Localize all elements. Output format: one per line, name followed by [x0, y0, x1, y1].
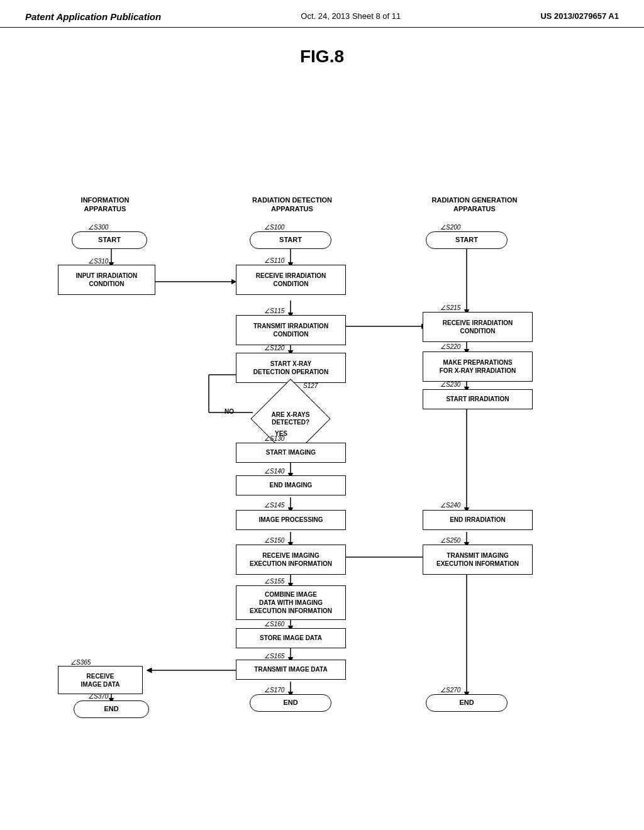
node-s240: END IRRADIATION [423, 510, 533, 530]
node-s110: RECEIVE IRRADIATIONCONDITION [236, 265, 346, 295]
step-s110: ∠S110 [264, 257, 284, 264]
node-s140: END IMAGING [236, 475, 346, 495]
node-s165: TRANSMIT IMAGE DATA [236, 660, 346, 680]
node-s120: START X-RAYDETECTION OPERATION [236, 353, 346, 383]
step-s310: ∠S310 [88, 258, 108, 265]
step-s230: ∠S230 [440, 381, 460, 388]
step-s250: ∠S250 [440, 537, 460, 544]
node-s145: IMAGE PROCESSING [236, 510, 346, 530]
step-s140: ∠S140 [264, 468, 284, 475]
col-header-gen: RADIATION GENERATION APPARATUS [416, 196, 533, 214]
step-s115: ∠S115 [264, 307, 284, 314]
node-s160: STORE IMAGE DATA [236, 628, 346, 648]
col-header-detect: RADIATION DETECTION APPARATUS [234, 196, 350, 214]
step-s150: ∠S150 [264, 537, 284, 544]
no-label: NO [225, 408, 234, 415]
flowchart: INFORMATION APPARATUS RADIATION DETECTIO… [39, 79, 605, 771]
step-s215: ∠S215 [440, 304, 460, 311]
step-s145: ∠S145 [264, 502, 284, 509]
figure-title: FIG.8 [0, 47, 644, 67]
step-s155: ∠S155 [264, 578, 284, 585]
step-s270: ∠S270 [440, 687, 460, 694]
node-s115: TRANSMIT IRRADIATIONCONDITION [236, 315, 346, 345]
node-s270: END [426, 694, 508, 712]
step-s160: ∠S160 [264, 621, 284, 628]
node-s220: MAKE PREPARATIONSFOR X-RAY IRRADIATION [423, 351, 533, 382]
node-s310: INPUT IRRADIATIONCONDITION [58, 265, 155, 295]
node-s230: START IRRADIATION [423, 389, 533, 409]
node-s100: START [250, 231, 331, 249]
node-s300: START [72, 231, 147, 249]
node-s130: START IMAGING [236, 443, 346, 463]
node-s150: RECEIVE IMAGINGEXECUTION INFORMATION [236, 545, 346, 575]
step-s165: ∠S165 [264, 653, 284, 660]
step-s170: ∠S170 [264, 687, 284, 694]
step-s200: ∠S200 [440, 224, 460, 231]
publication-label: Patent Application Publication [25, 11, 161, 22]
node-s155: COMBINE IMAGEDATA WITH IMAGINGEXECUTION … [236, 585, 346, 620]
node-s215: RECEIVE IRRADIATIONCONDITION [423, 312, 533, 342]
step-s365: ∠S365 [70, 659, 91, 666]
node-s365: RECEIVEIMAGE DATA [58, 666, 143, 694]
patent-number: US 2013/0279657 A1 [540, 11, 619, 21]
node-s170: END [250, 694, 331, 712]
step-s100: ∠S100 [264, 224, 284, 231]
col-header-info: INFORMATION APPARATUS [58, 196, 152, 214]
node-s370: END [74, 700, 149, 718]
step-s120: ∠S120 [264, 345, 284, 351]
step-s240: ∠S240 [440, 502, 460, 509]
page-header: Patent Application Publication Oct. 24, … [0, 0, 644, 28]
step-s130: ∠S130 [264, 435, 284, 442]
step-s220: ∠S220 [440, 343, 460, 350]
node-s127-text: ARE X-RAYSDETECTED? [256, 405, 325, 433]
step-s127: S127 [303, 382, 318, 389]
step-s300: ∠S300 [88, 224, 108, 231]
step-s370: ∠S370 [88, 693, 108, 700]
node-s250: TRANSMIT IMAGINGEXECUTION INFORMATION [423, 545, 533, 575]
node-s200: START [426, 231, 508, 249]
sheet-info: Oct. 24, 2013 Sheet 8 of 11 [301, 11, 401, 21]
